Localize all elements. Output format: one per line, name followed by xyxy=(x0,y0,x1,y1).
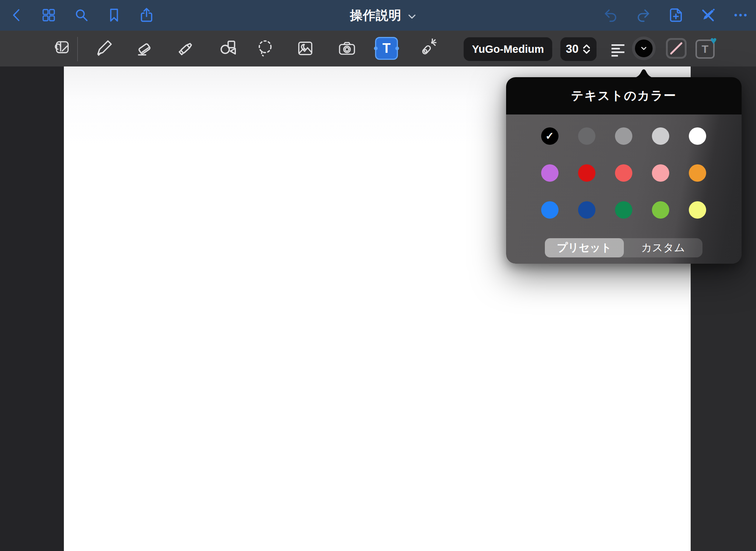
more-ellipsis-icon xyxy=(732,7,749,23)
stroke-sample-icon xyxy=(668,40,685,57)
share-icon xyxy=(138,7,155,23)
search-button[interactable] xyxy=(73,7,90,23)
swatch-green[interactable] xyxy=(615,201,632,219)
popover-body: ✓ プリセット カスタム xyxy=(506,114,742,264)
selection-handle-right xyxy=(395,47,399,50)
swatch-light-gray[interactable] xyxy=(652,127,669,145)
goodnotes-app: 操作説明 xyxy=(0,0,756,551)
back-button[interactable] xyxy=(9,7,25,23)
add-page-icon xyxy=(668,7,684,23)
swatch-red[interactable] xyxy=(578,164,595,182)
swatch-black[interactable]: ✓ xyxy=(541,127,559,145)
font-size-stepper[interactable]: 30 xyxy=(560,37,597,61)
text-align-button[interactable] xyxy=(608,40,628,61)
lasso-icon xyxy=(255,38,276,59)
stepper-chevrons-icon xyxy=(582,44,591,54)
check-icon: ✓ xyxy=(545,130,554,142)
swatch-dark-gray[interactable] xyxy=(578,127,595,145)
toolbar-divider xyxy=(77,37,78,61)
font-family-label: YuGo-Medium xyxy=(472,43,544,55)
swatch-pink[interactable] xyxy=(652,164,669,182)
thumbnails-grid-icon xyxy=(41,7,57,23)
chevron-down-icon xyxy=(640,46,647,51)
tool-pen[interactable] xyxy=(93,38,114,59)
swatch-coral[interactable] xyxy=(615,164,632,182)
collapse-toolbar-button[interactable] xyxy=(52,37,72,57)
text-color-button[interactable] xyxy=(632,37,656,60)
navbar: 操作説明 xyxy=(0,0,756,31)
undo-icon xyxy=(602,7,619,23)
swatch-blue[interactable] xyxy=(541,201,559,219)
pen-icon xyxy=(93,38,114,59)
camera-icon xyxy=(337,38,357,59)
share-button[interactable] xyxy=(138,7,155,23)
collapse-toolbar-icon xyxy=(53,38,71,56)
favorite-text-style-button[interactable]: T ♥ xyxy=(695,40,715,59)
preset-custom-segmented-control: プリセット カスタム xyxy=(545,238,702,257)
bookmark-icon xyxy=(106,7,122,23)
popover-title: テキストのカラー xyxy=(571,88,676,104)
tool-text[interactable]: T xyxy=(375,37,398,60)
swatch-white[interactable] xyxy=(689,127,706,145)
tool-eraser[interactable] xyxy=(134,38,155,59)
back-icon xyxy=(9,7,25,23)
canvas-margin-left xyxy=(0,66,64,551)
popover-arrow xyxy=(632,67,656,78)
tool-image[interactable] xyxy=(295,38,316,59)
swatch-navy[interactable] xyxy=(578,201,595,219)
swatch-orange[interactable] xyxy=(689,164,706,182)
font-size-value: 30 xyxy=(566,42,578,56)
chevron-down-icon xyxy=(408,14,416,20)
align-left-icon xyxy=(608,40,628,61)
text-tool-glyph: T xyxy=(382,41,391,56)
heart-icon: ♥ xyxy=(710,35,717,46)
document-title-button[interactable]: 操作説明 xyxy=(350,0,416,31)
tab-custom[interactable]: カスタム xyxy=(624,238,703,257)
toolbar: T YuGo-Medium 30 xyxy=(0,31,756,66)
highlighter-icon xyxy=(175,38,196,59)
image-icon xyxy=(295,38,316,59)
font-family-button[interactable]: YuGo-Medium xyxy=(464,37,552,61)
color-swatch-grid: ✓ xyxy=(531,117,716,228)
swatch-purple[interactable] xyxy=(541,164,559,182)
page-title: 操作説明 xyxy=(350,7,402,24)
tab-preset[interactable]: プリセット xyxy=(545,238,624,257)
redo-icon xyxy=(635,7,652,23)
tool-shapes[interactable] xyxy=(218,38,238,59)
laser-pointer-icon xyxy=(417,38,438,59)
shapes-icon xyxy=(218,38,238,59)
swatch-lime[interactable] xyxy=(652,201,669,219)
popover-header: テキストのカラー xyxy=(506,77,742,114)
eraser-icon xyxy=(134,38,155,59)
swatch-yellow[interactable] xyxy=(689,201,706,219)
tool-camera[interactable] xyxy=(337,38,357,59)
end-editing-button[interactable] xyxy=(700,7,716,23)
tool-laser-pointer[interactable] xyxy=(417,38,438,59)
text-box-style-button[interactable] xyxy=(666,38,687,59)
tool-highlighter[interactable] xyxy=(175,38,196,59)
text-color-popover: テキストのカラー ✓ プリセット カスタム xyxy=(506,77,742,264)
tool-lasso[interactable] xyxy=(255,38,276,59)
selection-handle-left xyxy=(374,47,378,50)
redo-button[interactable] xyxy=(635,7,652,23)
search-icon xyxy=(73,7,90,23)
style-glyph: T xyxy=(702,43,708,55)
pen-off-icon xyxy=(700,7,716,23)
bookmark-button[interactable] xyxy=(106,7,122,23)
more-button[interactable] xyxy=(732,7,749,23)
thumbnails-button[interactable] xyxy=(41,7,57,23)
current-color-swatch xyxy=(635,40,653,57)
undo-button[interactable] xyxy=(602,7,619,23)
add-page-button[interactable] xyxy=(668,7,684,23)
swatch-gray[interactable] xyxy=(615,127,632,145)
